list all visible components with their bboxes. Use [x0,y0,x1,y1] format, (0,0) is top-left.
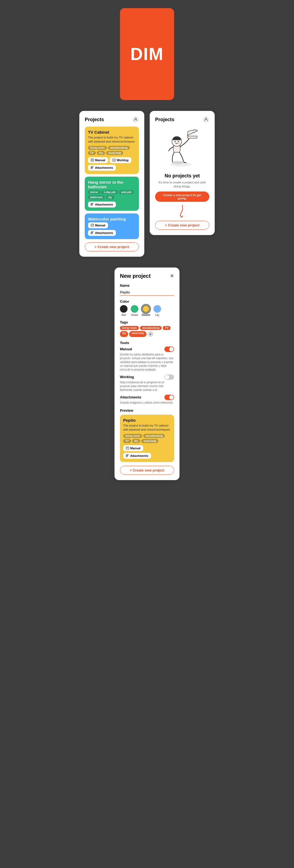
add-tag-btn[interactable]: + [148,331,153,337]
manual-btn[interactable]: Manual [88,157,108,163]
project-title-watercolor: Watercolor painting [88,217,136,221]
color-label-grass: Grass [131,313,138,316]
dim-splash-card: DIM [120,8,174,100]
svg-point-15 [178,141,179,142]
preview-attachments-btn[interactable]: Attachments [123,453,151,459]
tag: woodworking [108,146,130,150]
preview-section: Preview Pepito The project to build my T… [120,408,174,462]
dim-title: DIM [130,44,164,64]
color-swatch-lily [153,305,161,313]
create-new-project-btn-form[interactable]: + Create new project [120,466,174,475]
tools-label: Tools [120,341,174,345]
attachments-btn-watercolor[interactable]: Attachments [88,230,116,236]
tag: bathroom [88,195,105,199]
color-label: Color [120,300,174,304]
no-projects-empty-title: No projects yet [155,173,209,179]
tags-row-form: living room woodworking TV diy need-help… [120,326,174,337]
tag: woodworking [143,434,165,438]
color-swatch-grass [131,305,138,313]
tag: diy [132,439,140,443]
project-item-mirror[interactable]: Hang mirror in the bathroom mirror 1-day… [85,177,139,211]
manual-toggle[interactable] [164,346,174,352]
tool-item-attachments: Attachments Guarda imágenes y vídeos com… [120,395,174,405]
tag: mirror [88,190,100,194]
tag: need-help [106,151,123,155]
attachments-btn-mirror[interactable]: Attachments [88,202,116,208]
tags-label: Tags [120,320,174,324]
attachments-toggle[interactable] [164,395,174,400]
tag: living room [123,434,142,438]
name-label: Name [120,283,174,287]
tools-section: Tools Manual Escribe los pasos detallado… [120,341,174,405]
preview-label: Preview [120,408,174,412]
preview-item-desc: The project to build my TV cabinet with … [123,424,171,432]
preview-tools: Manual Attachments [123,445,171,459]
tag-woodworking[interactable]: woodworking [140,326,161,330]
color-swatch-gluten [142,305,150,313]
projects-list-title: Projects [85,117,104,123]
tags-section: Tags living room woodworking TV diy need… [120,320,174,337]
worklog-toggle[interactable] [164,374,174,380]
user-icon[interactable] [133,116,139,123]
project-title-tv-cabinet: TV Cabinet [88,130,136,134]
close-button[interactable]: ✕ [170,273,174,279]
tool-attachments-name: Attachments [120,395,141,399]
project-item-tv-cabinet[interactable]: TV Cabinet The project to build my TV ca… [85,127,139,174]
new-project-card: New project ✕ Name Color Ash Grass Glute… [115,268,179,480]
no-projects-title-header: Projects [155,117,174,123]
tool-item-worklog: Worklog Deja constancia de tu progreso e… [120,374,174,392]
color-option-grass[interactable]: Grass [131,305,138,316]
color-label-ash: Ash [121,313,126,316]
preview-tags: living room woodworking TV diy need-help [123,434,171,443]
worklog-btn[interactable]: Worklog [110,157,131,163]
color-row: Ash Grass Gluten Lily [120,305,174,316]
user-icon-empty[interactable] [203,116,209,123]
preview-item-title: Pepito [123,418,171,423]
create-new-project-btn-empty[interactable]: + Create new project [155,221,209,230]
svg-point-11 [205,118,207,120]
no-projects-empty-desc: It's time to create a project and start … [155,180,209,189]
tag-tv[interactable]: TV [163,326,171,330]
manual-btn-watercolor[interactable]: Manual [88,222,108,228]
tools-mirror: Attachments [88,202,136,208]
create-new-project-btn-list[interactable]: + Create new project [85,242,139,251]
projects-row: Projects TV Cabinet The project to build… [79,111,215,257]
tool-manual-name: Manual [120,347,132,351]
no-projects-cta-btn[interactable]: Create a new project to get going. [155,191,209,202]
tag: diy [97,151,105,155]
project-title-mirror: Hang mirror in the bathroom [88,180,136,189]
attachments-btn[interactable]: Attachments [88,165,116,171]
project-item-watercolor[interactable]: Watercolor painting Manual Attachments [85,213,139,239]
tag-need-help[interactable]: need-help [129,331,146,337]
name-input[interactable] [120,289,174,296]
color-label-lily: Lily [155,313,159,316]
svg-point-14 [175,141,176,142]
tag: 1-day-job [101,190,117,194]
projects-list-header: Projects [85,116,139,123]
project-desc-tv-cabinet: The project to build my TV cabinet with … [88,135,136,144]
no-projects-card: Projects [150,111,215,235]
color-option-ash[interactable]: Ash [120,305,127,316]
tag-diy[interactable]: diy [120,331,128,337]
tag-living-room[interactable]: living room [120,326,139,330]
tools-watercolor: Manual Attachments [88,222,136,236]
projects-list-card: Projects TV Cabinet The project to build… [79,111,144,257]
svg-rect-16 [187,136,197,138]
tool-item-manual-header: Manual [120,346,174,352]
tags-mirror: mirror 1-day-job solo-job bathroom diy [88,190,136,199]
tool-attachments-desc: Guarda imágenes y vídeos como referencia… [120,401,174,405]
svg-point-0 [135,118,137,120]
tool-item-attachments-header: Attachments [120,395,174,400]
preview-manual-btn[interactable]: Manual [123,445,143,451]
no-projects-header: Projects [155,116,209,123]
tag: TV [88,151,96,155]
color-option-lily[interactable]: Lily [153,305,161,316]
tool-worklog-name: Worklog [120,375,134,379]
tag: TV [123,439,131,443]
tags-tv-cabinet: living room woodworking TV diy need-help [88,146,136,155]
tool-manual-desc: Escribe los pasos detallados para tu pro… [120,353,174,372]
color-option-gluten[interactable]: Gluten [142,305,150,316]
tool-item-worklog-header: Worklog [120,374,174,380]
new-project-header: New project ✕ [120,273,174,279]
svg-point-17 [172,161,184,164]
